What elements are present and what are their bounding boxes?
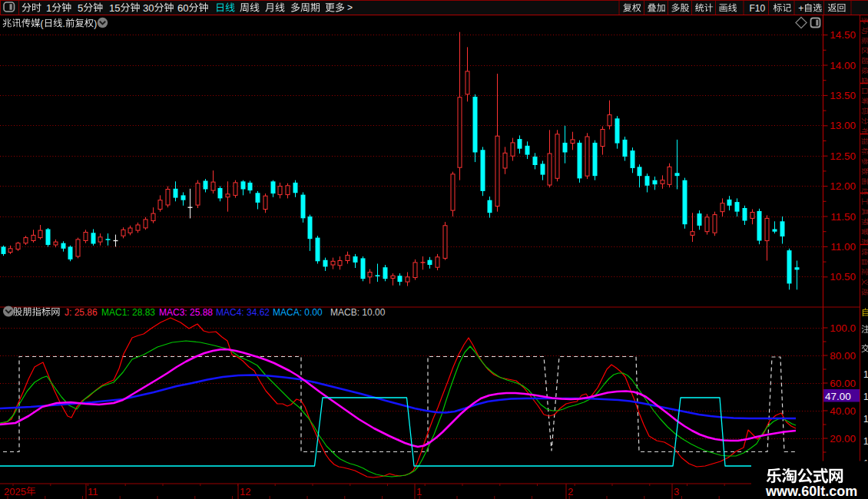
svg-text:1: 1	[46, 2, 51, 14]
svg-text:MAC4: 34.62: MAC4: 34.62	[216, 307, 270, 318]
svg-text:>: >	[347, 2, 353, 13]
svg-text:www.60lt.com: www.60lt.com	[765, 484, 857, 499]
svg-text:30: 30	[143, 2, 154, 14]
svg-text:(: (	[41, 18, 44, 29]
svg-text:60: 60	[177, 2, 188, 14]
svg-text:3: 3	[674, 486, 679, 497]
svg-text:11.50: 11.50	[830, 211, 856, 223]
svg-text:15: 15	[109, 2, 120, 14]
svg-text:40.00: 40.00	[830, 405, 856, 417]
svg-text:.: .	[63, 18, 65, 29]
svg-text:1: 1	[863, 436, 868, 447]
svg-text:10.50: 10.50	[830, 271, 856, 283]
svg-text:F10: F10	[749, 3, 765, 14]
svg-text:MAC3: 25.88: MAC3: 25.88	[159, 307, 213, 318]
svg-text:60.00: 60.00	[830, 378, 856, 389]
svg-text:47.00: 47.00	[825, 391, 851, 402]
svg-text:MACB: 10.00: MACB: 10.00	[330, 307, 386, 318]
svg-text:12: 12	[240, 486, 250, 497]
svg-text:1: 1	[863, 414, 868, 425]
svg-text:12.00: 12.00	[830, 180, 856, 192]
svg-text:): )	[94, 18, 97, 29]
svg-text:1: 1	[863, 369, 868, 380]
svg-text:1: 1	[863, 392, 868, 402]
svg-text:5: 5	[78, 2, 83, 14]
svg-text:12.50: 12.50	[830, 150, 856, 162]
svg-text:J: 25.86: J: 25.86	[65, 307, 98, 318]
svg-text:13.50: 13.50	[830, 90, 856, 101]
svg-text:100.0: 100.0	[830, 322, 856, 334]
svg-text:1: 1	[416, 486, 422, 497]
svg-text:MAC1: 28.83: MAC1: 28.83	[101, 307, 155, 318]
svg-text:14.50: 14.50	[830, 29, 856, 41]
svg-text:+: +	[798, 3, 803, 14]
svg-text:11: 11	[88, 486, 98, 497]
svg-text:2: 2	[568, 486, 573, 497]
svg-text:80.00: 80.00	[830, 350, 856, 362]
svg-text:14.00: 14.00	[830, 60, 856, 71]
svg-text:2025: 2025	[4, 486, 26, 497]
svg-text:13.00: 13.00	[830, 120, 856, 131]
svg-text:11.00: 11.00	[830, 241, 856, 253]
svg-text:20.00: 20.00	[830, 433, 856, 444]
svg-text:MACA: 0.00: MACA: 0.00	[273, 307, 323, 318]
